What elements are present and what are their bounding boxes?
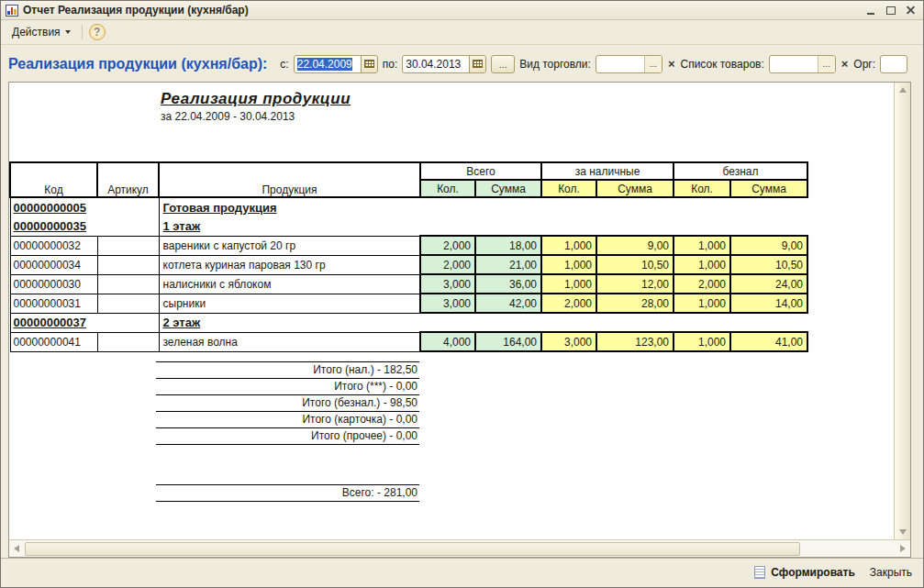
cell-cash-sum[interactable]: 9,00 (596, 236, 674, 255)
report-table: Код Артикул Продукция Всего за наличные … (9, 161, 808, 352)
total-row: Итого (прочее) - 0,00 (156, 428, 419, 445)
trade-type-label: Вид торговли: (519, 58, 591, 71)
cell-group-name[interactable]: 2 этаж (159, 313, 807, 332)
trade-type-field: ... (596, 55, 662, 73)
vertical-scrollbar[interactable] (894, 83, 910, 539)
cell-cash-qty[interactable]: 1,000 (541, 255, 596, 274)
from-date-field: 22.04.2009 (294, 55, 378, 73)
generate-button[interactable]: Сформировать (754, 566, 854, 579)
cell-cash-qty[interactable]: 3,000 (541, 332, 596, 351)
cell-noncash-qty[interactable]: 1,000 (674, 294, 730, 313)
cell-code[interactable]: 00000000031 (10, 294, 97, 313)
to-date-calendar-button[interactable] (469, 55, 486, 73)
arrow-left-icon (14, 545, 19, 552)
from-date-calendar-button[interactable] (361, 55, 378, 73)
cell-name[interactable]: вареники с капустой 20 гр (159, 236, 420, 255)
maximize-button[interactable] (883, 4, 898, 17)
cell-noncash-qty[interactable]: 1,000 (674, 236, 730, 255)
cell-noncash-sum[interactable]: 14,00 (730, 294, 807, 313)
group-row: 000000000351 этаж (10, 216, 807, 236)
cell-total-qty[interactable]: 2,000 (420, 236, 475, 255)
close-icon[interactable] (903, 4, 918, 17)
report-title: Реализация продукции (161, 90, 351, 108)
from-date-input[interactable]: 22.04.2009 (295, 58, 361, 71)
cell-total-qty[interactable]: 2,000 (420, 255, 475, 274)
cell-total-qty[interactable]: 3,000 (420, 274, 475, 294)
cell-noncash-qty[interactable]: 1,000 (674, 255, 730, 274)
cell-cash-sum[interactable]: 28,00 (596, 294, 674, 313)
to-date-label: по: (383, 58, 398, 71)
cell-article[interactable] (97, 294, 159, 313)
trade-type-choose-button[interactable]: ... (644, 56, 662, 72)
to-date-input[interactable]: 30.04.2013 (403, 58, 469, 71)
page-title: Реализация продукции (кухня/бар): (8, 56, 267, 72)
total-row: Итого (безнал.) - 98,50 (156, 395, 419, 412)
cell-article[interactable] (97, 236, 159, 255)
to-date-field: 30.04.2013 (402, 55, 486, 73)
cell-group-code[interactable]: 00000000005 (10, 197, 159, 216)
scroll-up-button[interactable] (896, 83, 910, 97)
minimize-button[interactable] (863, 4, 878, 17)
cell-noncash-qty[interactable]: 2,000 (674, 274, 730, 294)
cell-noncash-qty[interactable]: 1,000 (674, 332, 730, 351)
cell-group-code[interactable]: 00000000037 (10, 313, 159, 332)
cell-cash-qty[interactable]: 1,000 (541, 236, 596, 255)
cell-cash-qty[interactable]: 2,000 (541, 294, 596, 313)
scroll-down-button[interactable] (896, 525, 910, 539)
col-header-cash-sum: Сумма (596, 180, 674, 197)
close-button[interactable]: Закрыть (870, 566, 912, 579)
col-header-total-qty: Кол. (420, 180, 475, 197)
goods-list-choose-button[interactable]: ... (818, 56, 835, 72)
total-row: Итого (нал.) - 182,50 (156, 362, 419, 379)
cell-cash-sum[interactable]: 10,50 (596, 255, 674, 274)
horizontal-scroll-thumb[interactable] (25, 542, 800, 556)
cell-cash-qty[interactable]: 1,000 (541, 274, 596, 294)
cell-article[interactable] (97, 255, 159, 274)
cell-total-sum[interactable]: 42,00 (475, 294, 541, 313)
cell-name[interactable]: зеленая волна (159, 332, 420, 351)
title-bar: Отчет Реализация продукции (кухня/бар) (1, 1, 923, 20)
cell-group-code[interactable]: 00000000035 (10, 216, 159, 236)
actions-menu-button[interactable]: Действия (7, 24, 75, 40)
cell-code[interactable]: 00000000041 (10, 332, 97, 351)
cell-noncash-sum[interactable]: 9,00 (730, 236, 807, 255)
col-header-noncash-sum: Сумма (730, 180, 807, 197)
arrow-down-icon (899, 529, 907, 535)
cell-article[interactable] (97, 274, 159, 294)
report-sheet-icon (754, 566, 765, 579)
org-field (880, 55, 907, 73)
cell-noncash-sum[interactable]: 41,00 (730, 332, 807, 351)
cell-total-sum[interactable]: 18,00 (475, 236, 541, 255)
cell-group-name[interactable]: 1 этаж (159, 216, 807, 236)
cell-total-qty[interactable]: 3,000 (420, 294, 475, 313)
cell-total-sum[interactable]: 164,00 (475, 332, 541, 351)
cell-article[interactable] (97, 332, 159, 351)
cell-noncash-sum[interactable]: 24,00 (730, 274, 807, 294)
cell-cash-sum[interactable]: 12,00 (596, 274, 674, 294)
cell-total-sum[interactable]: 21,00 (475, 255, 541, 274)
scroll-left-button[interactable] (9, 541, 24, 556)
totals-block: Итого (нал.) - 182,50Итого (***) - 0,00И… (156, 361, 419, 445)
cell-code[interactable]: 00000000034 (10, 255, 97, 274)
trade-type-clear-icon[interactable]: × (667, 58, 676, 70)
scroll-right-button[interactable] (896, 541, 910, 556)
cell-name[interactable]: котлета куриная паровая 130 гр (159, 255, 420, 274)
cell-code[interactable]: 00000000030 (10, 274, 97, 294)
cell-group-name[interactable]: Готовая продукция (159, 197, 807, 216)
filter-controls: с: 22.04.2009 по: 30.04.2013 ... Вид тор… (280, 55, 907, 73)
cell-total-qty[interactable]: 4,000 (420, 332, 475, 351)
period-more-button[interactable]: ... (491, 55, 515, 73)
cell-code[interactable]: 00000000032 (10, 236, 97, 255)
cell-noncash-sum[interactable]: 10,50 (730, 255, 807, 274)
arrow-right-icon (900, 545, 906, 552)
cell-total-sum[interactable]: 36,00 (475, 274, 541, 294)
help-button[interactable]: ? (89, 24, 106, 40)
cell-name[interactable]: сырники (159, 294, 420, 313)
item-row: 00000000030налисники с яблоком3,00036,00… (10, 274, 807, 294)
grand-total-row: Всего: - 281,00 (156, 485, 419, 502)
cell-cash-sum[interactable]: 123,00 (596, 332, 674, 351)
cell-name[interactable]: налисники с яблоком (159, 274, 420, 294)
total-row: Итого (карточка) - 0,00 (156, 412, 419, 428)
goods-list-clear-icon[interactable]: × (841, 58, 850, 70)
horizontal-scrollbar[interactable] (9, 539, 910, 557)
